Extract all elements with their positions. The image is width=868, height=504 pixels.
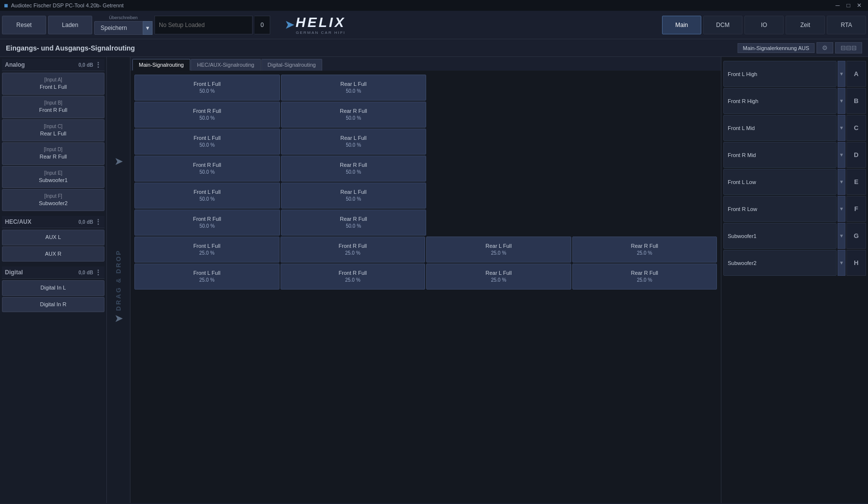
output-channel-6: G	[846, 223, 866, 249]
routing-empty-4-2	[427, 183, 572, 209]
analog-input-4[interactable]: [Input E]Subwoofer1	[2, 166, 104, 188]
output-label-4[interactable]: Front L Low	[723, 169, 837, 195]
settings-gear-button[interactable]: ⚙	[817, 42, 833, 53]
output-channel-7: H	[846, 250, 866, 276]
output-dropdown-3[interactable]: ▼	[838, 142, 845, 168]
hec-inputs: AUX LAUX R	[2, 230, 104, 262]
reset-button[interactable]: Reset	[2, 16, 46, 34]
routing-cell-5-0[interactable]: Front R Full50.0 %	[134, 210, 280, 236]
routing-cell-3-0[interactable]: Front R Full50.0 %	[134, 156, 280, 182]
output-row-5: Front R Low▼F	[723, 196, 866, 222]
routing-cell-6-1[interactable]: Front R Full25.0 %	[281, 237, 426, 263]
sliders-icon: ⊟⊟⊟	[841, 44, 857, 52]
routing-cell-0-0[interactable]: Front L Full50.0 %	[134, 75, 280, 101]
sliders-button[interactable]: ⊟⊟⊟	[835, 42, 862, 53]
analog-input-3[interactable]: [Input D]Rear R Full	[2, 142, 104, 164]
routing-cell-1-0[interactable]: Front R Full50.0 %	[134, 102, 280, 128]
minimize-button[interactable]: ─	[833, 1, 842, 9]
routing-cell-7-0[interactable]: Front L Full25.0 %	[134, 264, 280, 290]
tab-hec-routing[interactable]: HEC/AUX-Signalrouting	[191, 59, 261, 71]
tab-main-routing[interactable]: Main-Signalrouting	[132, 59, 190, 71]
analog-menu-dots[interactable]: ⋮	[95, 61, 102, 69]
output-dropdown-1[interactable]: ▼	[838, 88, 845, 114]
hec-menu-dots[interactable]: ⋮	[95, 218, 102, 226]
output-label-7[interactable]: Subwoofer2	[723, 250, 837, 276]
output-dropdown-4[interactable]: ▼	[838, 169, 845, 195]
routing-cell-6-2[interactable]: Rear L Full25.0 %	[426, 237, 571, 263]
routing-cell-3-1[interactable]: Rear R Full50.0 %	[281, 156, 427, 182]
routing-cell-6-3[interactable]: Rear R Full25.0 %	[572, 237, 717, 263]
tab-digital-routing[interactable]: Digital-Signalrouting	[261, 59, 322, 71]
close-button[interactable]: ✕	[854, 1, 864, 9]
nav-rta-button[interactable]: RTA	[827, 16, 866, 34]
analog-input-0[interactable]: [Input A]Front L Full	[2, 73, 104, 95]
arrow-bottom: ➤	[114, 312, 123, 325]
helix-logo: ➤ HELIX GERMAN CAR HIFI	[276, 13, 355, 37]
digital-inputs: Digital In LDigital In R	[2, 280, 104, 312]
output-label-3[interactable]: Front R Mid	[723, 142, 837, 168]
routing-row: Front R Full50.0 %Rear R Full50.0 %	[134, 210, 717, 236]
routing-empty-3-3	[573, 156, 717, 182]
maximize-button[interactable]: □	[843, 1, 853, 9]
output-channel-1: B	[846, 88, 866, 114]
output-row-1: Front R High▼B	[723, 88, 866, 114]
analog-input-1[interactable]: [Input B]Front R Full	[2, 96, 104, 118]
routing-cell-0-1[interactable]: Rear L Full50.0 %	[281, 75, 427, 101]
titlebar-controls: ─ □ ✕	[833, 1, 864, 9]
analog-db: 0,0 dB ⋮	[78, 61, 102, 69]
analog-input-5[interactable]: [Input F]Subwoofer2	[2, 189, 104, 211]
output-label-1[interactable]: Front R High	[723, 88, 837, 114]
speichern-button[interactable]: Speichern	[94, 21, 143, 35]
nav-io-button[interactable]: IO	[744, 16, 784, 34]
output-channel-3: D	[846, 142, 866, 168]
main-content: Analog 0,0 dB ⋮ [Input A]Front L Full[In…	[0, 57, 868, 503]
output-dropdown-2[interactable]: ▼	[838, 115, 845, 141]
setup-number: 0	[255, 16, 270, 34]
hec-db: 0,0 dB ⋮	[78, 218, 102, 226]
digital-menu-dots[interactable]: ⋮	[95, 268, 102, 276]
routing-row: Front L Full50.0 %Rear L Full50.0 %	[134, 183, 717, 209]
routing-cell-6-0[interactable]: Front L Full25.0 %	[134, 237, 280, 263]
output-row-2: Front L Mid▼C	[723, 115, 866, 141]
output-channel-5: F	[846, 196, 866, 222]
laden-button[interactable]: Laden	[48, 16, 92, 34]
digital-input-1[interactable]: Digital In R	[2, 297, 104, 312]
hec-input-1[interactable]: AUX R	[2, 246, 104, 262]
section-header: Eingangs- und Ausgangs-Signalrouting Mai…	[0, 39, 868, 57]
page-title: Eingangs- und Ausgangs-Signalrouting	[6, 44, 135, 52]
output-row-0: Front L High▼A	[723, 61, 866, 87]
nav-dcm-button[interactable]: DCM	[703, 16, 742, 34]
routing-cell-7-3[interactable]: Rear R Full25.0 %	[572, 264, 717, 290]
output-dropdown-0[interactable]: ▼	[838, 61, 845, 87]
routing-row: Front R Full50.0 %Rear R Full50.0 %	[134, 102, 717, 128]
routing-cell-4-1[interactable]: Rear L Full50.0 %	[281, 183, 427, 209]
routing-cell-2-1[interactable]: Rear L Full50.0 %	[281, 129, 427, 155]
output-label-5[interactable]: Front R Low	[723, 196, 837, 222]
routing-cell-4-0[interactable]: Front L Full50.0 %	[134, 183, 280, 209]
output-dropdown-6[interactable]: ▼	[838, 223, 845, 249]
digital-input-0[interactable]: Digital In L	[2, 280, 104, 295]
drag-drop-label: DRAG & DROP	[115, 249, 122, 311]
output-dropdown-5[interactable]: ▼	[838, 196, 845, 222]
routing-empty-2-2	[427, 129, 572, 155]
routing-cell-7-2[interactable]: Rear L Full25.0 %	[426, 264, 571, 290]
routing-tabs: Main-Signalrouting HEC/AUX-Signalrouting…	[130, 57, 721, 71]
speichern-dropdown-arrow[interactable]: ▼	[143, 21, 153, 35]
routing-cell-2-0[interactable]: Front L Full50.0 %	[134, 129, 280, 155]
analog-input-2[interactable]: [Input C]Rear L Full	[2, 119, 104, 141]
nav-zeit-button[interactable]: Zeit	[786, 16, 825, 34]
routing-cell-7-1[interactable]: Front R Full25.0 %	[281, 264, 426, 290]
output-dropdown-7[interactable]: ▼	[838, 250, 845, 276]
digital-db: 0,0 dB ⋮	[78, 268, 102, 276]
nav-main-button[interactable]: Main	[662, 16, 701, 34]
hec-header: HEC/AUX 0,0 dB ⋮	[2, 216, 104, 228]
setup-name-input[interactable]	[154, 16, 253, 34]
output-channel-0: A	[846, 61, 866, 87]
hec-input-0[interactable]: AUX L	[2, 230, 104, 245]
output-label-2[interactable]: Front L Mid	[723, 115, 837, 141]
routing-cell-1-1[interactable]: Rear R Full50.0 %	[281, 102, 427, 128]
routing-cell-5-1[interactable]: Rear R Full50.0 %	[281, 210, 427, 236]
output-label-0[interactable]: Front L High	[723, 61, 837, 87]
output-label-6[interactable]: Subwoofer1	[723, 223, 837, 249]
signal-toggle-button[interactable]: Main-Signalerkennung AUS	[738, 43, 815, 53]
